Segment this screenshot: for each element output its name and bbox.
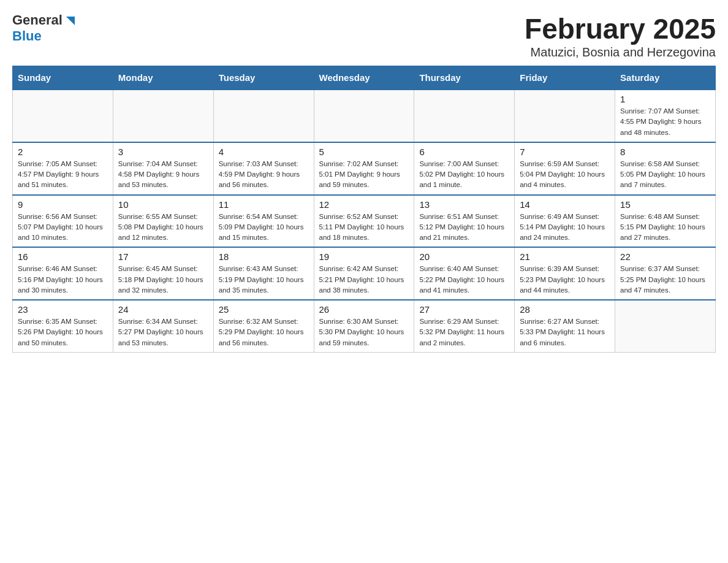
calendar-cell: 23Sunrise: 6:35 AM Sunset: 5:26 PM Dayli… [13,300,113,352]
logo-blue-text: Blue [12,28,42,44]
day-number: 18 [219,251,309,262]
day-info: Sunrise: 7:03 AM Sunset: 4:59 PM Dayligh… [219,159,309,191]
calendar-cell: 5Sunrise: 7:02 AM Sunset: 5:01 PM Daylig… [314,142,414,195]
day-info: Sunrise: 6:51 AM Sunset: 5:12 PM Dayligh… [419,212,509,243]
logo-general-text: General [12,12,63,28]
month-title: February 2025 [525,12,716,45]
day-number: 9 [18,199,108,210]
day-info: Sunrise: 7:00 AM Sunset: 5:02 PM Dayligh… [419,159,509,191]
calendar-cell: 1Sunrise: 7:07 AM Sunset: 4:55 PM Daylig… [615,90,716,142]
day-number: 8 [620,147,710,157]
day-info: Sunrise: 6:37 AM Sunset: 5:25 PM Dayligh… [620,264,710,296]
calendar-cell [314,90,414,142]
day-info: Sunrise: 6:39 AM Sunset: 5:23 PM Dayligh… [520,264,610,296]
calendar-cell: 18Sunrise: 6:43 AM Sunset: 5:19 PM Dayli… [213,247,314,300]
day-number: 28 [520,304,610,315]
calendar-cell [13,90,113,142]
weekday-header: Sunday [13,66,113,90]
day-info: Sunrise: 6:49 AM Sunset: 5:14 PM Dayligh… [520,212,610,243]
weekday-header: Saturday [615,66,716,90]
calendar-cell: 3Sunrise: 7:04 AM Sunset: 4:58 PM Daylig… [113,142,213,195]
calendar-cell: 16Sunrise: 6:46 AM Sunset: 5:16 PM Dayli… [13,247,113,300]
day-info: Sunrise: 7:04 AM Sunset: 4:58 PM Dayligh… [118,159,208,191]
weekday-header: Tuesday [213,66,314,90]
calendar-cell: 4Sunrise: 7:03 AM Sunset: 4:59 PM Daylig… [213,142,314,195]
calendar-cell [414,90,515,142]
calendar-week-row: 23Sunrise: 6:35 AM Sunset: 5:26 PM Dayli… [13,300,716,352]
day-number: 3 [118,147,208,157]
day-info: Sunrise: 7:07 AM Sunset: 4:55 PM Dayligh… [620,106,710,138]
calendar-cell [615,300,716,352]
calendar-week-row: 16Sunrise: 6:46 AM Sunset: 5:16 PM Dayli… [13,247,716,300]
day-number: 24 [118,304,208,315]
day-number: 15 [620,199,710,210]
day-number: 17 [118,251,208,262]
day-number: 26 [319,304,409,315]
day-info: Sunrise: 7:02 AM Sunset: 5:01 PM Dayligh… [319,159,409,191]
day-number: 22 [620,251,710,262]
day-info: Sunrise: 6:48 AM Sunset: 5:15 PM Dayligh… [620,212,710,243]
day-info: Sunrise: 6:35 AM Sunset: 5:26 PM Dayligh… [18,316,108,348]
calendar-cell: 17Sunrise: 6:45 AM Sunset: 5:18 PM Dayli… [113,247,213,300]
calendar-cell: 20Sunrise: 6:40 AM Sunset: 5:22 PM Dayli… [414,247,515,300]
calendar-cell: 8Sunrise: 6:58 AM Sunset: 5:05 PM Daylig… [615,142,716,195]
calendar-cell: 7Sunrise: 6:59 AM Sunset: 5:04 PM Daylig… [515,142,615,195]
day-info: Sunrise: 6:45 AM Sunset: 5:18 PM Dayligh… [118,264,208,296]
calendar-week-row: 9Sunrise: 6:56 AM Sunset: 5:07 PM Daylig… [13,195,716,248]
day-info: Sunrise: 6:27 AM Sunset: 5:33 PM Dayligh… [520,316,610,348]
calendar-cell [515,90,615,142]
day-info: Sunrise: 6:56 AM Sunset: 5:07 PM Dayligh… [18,212,108,243]
day-info: Sunrise: 6:32 AM Sunset: 5:29 PM Dayligh… [219,316,309,348]
day-info: Sunrise: 6:55 AM Sunset: 5:08 PM Dayligh… [118,212,208,243]
day-info: Sunrise: 6:58 AM Sunset: 5:05 PM Dayligh… [620,159,710,191]
day-number: 23 [18,304,108,315]
day-number: 1 [620,94,710,104]
page-header: General Blue February 2025 Matuzici, Bos… [12,12,716,59]
calendar-cell: 28Sunrise: 6:27 AM Sunset: 5:33 PM Dayli… [515,300,615,352]
day-info: Sunrise: 6:43 AM Sunset: 5:19 PM Dayligh… [219,264,309,296]
day-number: 5 [319,147,409,157]
day-number: 14 [520,199,610,210]
logo-triangle-icon [64,14,77,28]
location-title: Matuzici, Bosnia and Herzegovina [525,45,716,59]
calendar-week-row: 1Sunrise: 7:07 AM Sunset: 4:55 PM Daylig… [13,90,716,142]
calendar-cell: 9Sunrise: 6:56 AM Sunset: 5:07 PM Daylig… [13,195,113,248]
day-info: Sunrise: 6:46 AM Sunset: 5:16 PM Dayligh… [18,264,108,296]
day-number: 6 [419,147,509,157]
calendar-week-row: 2Sunrise: 7:05 AM Sunset: 4:57 PM Daylig… [13,142,716,195]
calendar-cell: 25Sunrise: 6:32 AM Sunset: 5:29 PM Dayli… [213,300,314,352]
day-info: Sunrise: 6:30 AM Sunset: 5:30 PM Dayligh… [319,316,409,348]
day-number: 2 [18,147,108,157]
day-number: 21 [520,251,610,262]
day-number: 4 [219,147,309,157]
day-info: Sunrise: 6:59 AM Sunset: 5:04 PM Dayligh… [520,159,610,191]
day-number: 13 [419,199,509,210]
calendar-cell: 2Sunrise: 7:05 AM Sunset: 4:57 PM Daylig… [13,142,113,195]
calendar-cell: 27Sunrise: 6:29 AM Sunset: 5:32 PM Dayli… [414,300,515,352]
day-number: 20 [419,251,509,262]
svg-marker-0 [66,17,75,25]
day-number: 12 [319,199,409,210]
weekday-header: Thursday [414,66,515,90]
day-number: 7 [520,147,610,157]
day-info: Sunrise: 6:34 AM Sunset: 5:27 PM Dayligh… [118,316,208,348]
day-number: 27 [419,304,509,315]
day-info: Sunrise: 6:29 AM Sunset: 5:32 PM Dayligh… [419,316,509,348]
calendar-cell [113,90,213,142]
calendar-table: SundayMondayTuesdayWednesdayThursdayFrid… [12,66,716,353]
calendar-header-row: SundayMondayTuesdayWednesdayThursdayFrid… [13,66,716,90]
calendar-cell: 15Sunrise: 6:48 AM Sunset: 5:15 PM Dayli… [615,195,716,248]
calendar-cell: 10Sunrise: 6:55 AM Sunset: 5:08 PM Dayli… [113,195,213,248]
calendar-cell: 13Sunrise: 6:51 AM Sunset: 5:12 PM Dayli… [414,195,515,248]
day-info: Sunrise: 7:05 AM Sunset: 4:57 PM Dayligh… [18,159,108,191]
calendar-cell: 26Sunrise: 6:30 AM Sunset: 5:30 PM Dayli… [314,300,414,352]
day-info: Sunrise: 6:52 AM Sunset: 5:11 PM Dayligh… [319,212,409,243]
calendar-cell: 6Sunrise: 7:00 AM Sunset: 5:02 PM Daylig… [414,142,515,195]
day-info: Sunrise: 6:42 AM Sunset: 5:21 PM Dayligh… [319,264,409,296]
day-number: 11 [219,199,309,210]
logo: General Blue [12,12,77,44]
calendar-cell: 21Sunrise: 6:39 AM Sunset: 5:23 PM Dayli… [515,247,615,300]
day-number: 10 [118,199,208,210]
day-info: Sunrise: 6:54 AM Sunset: 5:09 PM Dayligh… [219,212,309,243]
calendar-cell: 24Sunrise: 6:34 AM Sunset: 5:27 PM Dayli… [113,300,213,352]
